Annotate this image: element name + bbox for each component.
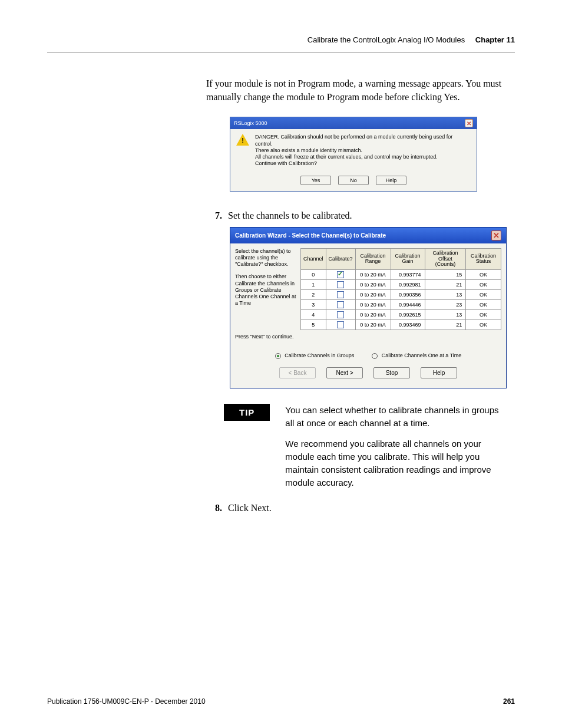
checkbox-icon[interactable] — [337, 291, 344, 298]
header-divider — [47, 52, 515, 53]
publication-id: Publication 1756-UM009C-EN-P - December … — [47, 697, 206, 706]
next-button[interactable]: Next > — [326, 367, 363, 378]
calibration-instruction-2: Then choose to either Calibrate the Chan… — [235, 274, 297, 307]
help-button[interactable]: Help — [421, 367, 457, 378]
cell-channel: 2 — [301, 290, 326, 300]
radio-calibrate-groups[interactable]: Calibrate Channels in Groups — [275, 353, 355, 359]
stop-button[interactable]: Stop — [373, 367, 410, 378]
cell-status: OK — [466, 320, 501, 330]
cell-calibrate[interactable] — [326, 310, 355, 320]
tip-text: You can select whether to calibrate chan… — [285, 404, 509, 498]
close-icon[interactable]: ✕ — [465, 119, 473, 127]
calibration-dialog-title: Calibration Wizard - Select the Channel(… — [235, 232, 386, 239]
cell-range: 0 to 20 mA — [355, 290, 391, 300]
radio-groups-label: Calibrate Channels in Groups — [285, 353, 354, 358]
warning-icon: ! — [236, 134, 249, 146]
cell-range: 0 to 20 mA — [355, 320, 391, 330]
cell-status: OK — [466, 280, 501, 290]
warning-dialog: RSLogix 5000 ✕ ! DANGER. Calibration sho… — [230, 117, 477, 191]
no-button[interactable]: No — [338, 176, 369, 185]
checkbox-icon[interactable] — [337, 321, 344, 328]
breadcrumb: Calibrate the ControlLogix Analog I/O Mo… — [308, 35, 465, 44]
cell-offset: 13 — [425, 310, 466, 320]
intro-paragraph: If your module is not in Program mode, a… — [206, 77, 509, 104]
table-row: 00 to 20 mA0.99377415OK — [301, 270, 501, 280]
step-7-text: Set the channels to be calibrated. — [228, 210, 352, 221]
cell-range: 0 to 20 mA — [355, 310, 391, 320]
step-8-number: 8. — [215, 503, 222, 513]
chapter-label: Chapter 11 — [475, 35, 515, 44]
cell-offset: 13 — [425, 290, 466, 300]
table-row: 30 to 20 mA0.99444623OK — [301, 300, 501, 310]
cell-offset: 21 — [425, 280, 466, 290]
checkbox-icon[interactable] — [337, 301, 344, 308]
checkbox-icon[interactable] — [337, 281, 344, 288]
cell-offset: 15 — [425, 270, 466, 280]
step-8: 8. Click Next. — [215, 503, 515, 513]
page-header: Calibrate the ControlLogix Analog I/O Mo… — [47, 35, 515, 44]
cell-status: OK — [466, 270, 501, 280]
cell-gain: 0.994446 — [391, 300, 425, 310]
table-row: 20 to 20 mA0.99035613OK — [301, 290, 501, 300]
calibration-instruction-1: Select the channel(s) to calibrate using… — [235, 248, 297, 268]
cell-channel: 4 — [301, 310, 326, 320]
warning-dialog-title: RSLogix 5000 — [234, 120, 267, 126]
cell-channel: 1 — [301, 280, 326, 290]
col-calibrate: Calibrate? — [326, 248, 355, 270]
table-row: 40 to 20 mA0.99261513OK — [301, 310, 501, 320]
cell-range: 0 to 20 mA — [355, 270, 391, 280]
warning-line-2: There also exists a module identity mism… — [255, 147, 471, 154]
cell-offset: 21 — [425, 320, 466, 330]
calibration-wizard-dialog: Calibration Wizard - Select the Channel(… — [230, 227, 507, 388]
cell-gain: 0.993469 — [391, 320, 425, 330]
cell-calibrate[interactable] — [326, 270, 355, 280]
col-gain: Calibration Gain — [391, 248, 425, 270]
cell-channel: 0 — [301, 270, 326, 280]
help-button[interactable]: Help — [376, 176, 406, 185]
cell-range: 0 to 20 mA — [355, 300, 391, 310]
page-footer: Publication 1756-UM009C-EN-P - December … — [47, 697, 515, 706]
col-channel: Channel — [301, 248, 326, 270]
warning-line-1: DANGER. Calibration should not be perfor… — [255, 134, 471, 147]
cell-gain: 0.992981 — [391, 280, 425, 290]
col-range: Calibration Range — [355, 248, 391, 270]
radio-one-label: Calibrate Channels One at a Time — [382, 353, 462, 358]
table-row: 50 to 20 mA0.99346921OK — [301, 320, 501, 330]
table-row: 10 to 20 mA0.99298121OK — [301, 280, 501, 290]
cell-status: OK — [466, 290, 501, 300]
cell-calibrate[interactable] — [326, 320, 355, 330]
cell-gain: 0.992615 — [391, 310, 425, 320]
col-offset: Calibration Offset (Counts) — [425, 248, 466, 270]
cell-range: 0 to 20 mA — [355, 280, 391, 290]
step-7: 7. Set the channels to be calibrated. — [215, 210, 515, 221]
close-icon[interactable]: ✕ — [491, 230, 501, 241]
warning-line-4: Continue with Calibration? — [255, 160, 471, 167]
cell-status: OK — [466, 300, 501, 310]
calibration-table: Channel Calibrate? Calibration Range Cal… — [300, 248, 501, 331]
tip-paragraph-2: We recommend you calibrate all channels … — [285, 437, 509, 489]
yes-button[interactable]: Yes — [300, 176, 331, 185]
page-number: 261 — [503, 697, 515, 706]
back-button: < Back — [279, 367, 316, 378]
checkbox-icon[interactable] — [337, 311, 344, 318]
cell-calibrate[interactable] — [326, 300, 355, 310]
cell-channel: 5 — [301, 320, 326, 330]
step-7-number: 7. — [215, 210, 222, 221]
cell-offset: 23 — [425, 300, 466, 310]
warning-text: DANGER. Calibration should not be perfor… — [255, 134, 471, 167]
radio-calibrate-one[interactable]: Calibrate Channels One at a Time — [372, 353, 461, 359]
radio-icon — [275, 353, 281, 359]
cell-channel: 3 — [301, 300, 326, 310]
calibration-press-next: Press "Next" to continue. — [235, 334, 501, 340]
cell-status: OK — [466, 310, 501, 320]
cell-gain: 0.993774 — [391, 270, 425, 280]
warning-line-3: All channels will freeze at their curren… — [255, 154, 471, 160]
col-status: Calibration Status — [466, 248, 501, 270]
tip-badge: TIP — [224, 404, 270, 421]
cell-gain: 0.990356 — [391, 290, 425, 300]
radio-icon — [372, 353, 378, 359]
step-8-text: Click Next. — [228, 503, 272, 513]
checkbox-icon[interactable] — [337, 271, 344, 278]
cell-calibrate[interactable] — [326, 290, 355, 300]
cell-calibrate[interactable] — [326, 280, 355, 290]
